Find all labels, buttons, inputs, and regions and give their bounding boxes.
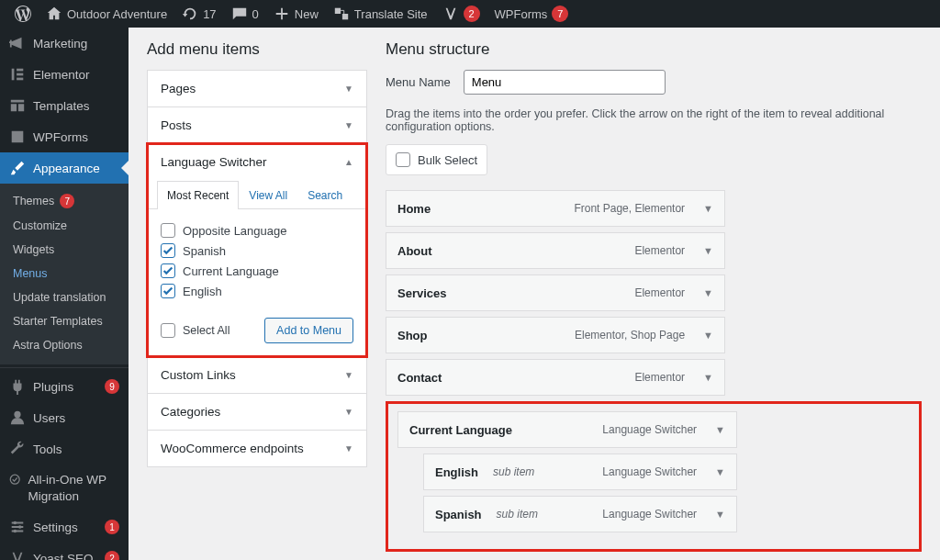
- svg-point-8: [14, 521, 17, 525]
- opt-current-language[interactable]: Current Language: [161, 261, 353, 281]
- svg-point-10: [14, 530, 17, 533]
- wpforms-link[interactable]: WPForms7: [487, 6, 576, 22]
- sidebar-item-yoast[interactable]: Yoast SEO2: [0, 543, 129, 560]
- chevron-down-icon: ▼: [344, 370, 353, 380]
- comments-link[interactable]: 0: [224, 6, 266, 22]
- chevron-down-icon[interactable]: ▼: [715, 466, 725, 477]
- sub-customize[interactable]: Customize: [0, 214, 129, 238]
- checkbox[interactable]: [396, 152, 410, 167]
- sidebar-item-settings[interactable]: Settings1: [0, 511, 129, 543]
- chevron-down-icon: ▼: [344, 84, 353, 94]
- checkbox[interactable]: [161, 284, 175, 298]
- migration-icon: [9, 474, 20, 490]
- yoast-sidebar-icon: [9, 550, 26, 560]
- chevron-down-icon[interactable]: ▼: [703, 330, 713, 341]
- menu-item-current-language[interactable]: Current LanguageLanguage Switcher▼: [397, 411, 737, 448]
- sidebar-item-users[interactable]: Users: [0, 402, 129, 433]
- yoast-badge: 2: [464, 6, 480, 22]
- menu-item-about[interactable]: AboutElementor▼: [386, 232, 725, 269]
- sliders-icon: [9, 519, 26, 535]
- acc-posts[interactable]: Posts▼: [147, 106, 367, 144]
- menu-item-english[interactable]: Englishsub itemLanguage Switcher▼: [423, 454, 737, 490]
- svg-rect-2: [12, 69, 15, 81]
- menu-item-services[interactable]: ServicesElementor▼: [386, 274, 725, 311]
- yoast-link[interactable]: 2: [435, 6, 487, 22]
- svg-point-9: [18, 525, 22, 529]
- user-icon: [9, 409, 26, 426]
- sidebar-item-templates[interactable]: Templates: [0, 90, 129, 121]
- brush-icon: [9, 160, 26, 176]
- site-link[interactable]: Outdoor Adventure: [39, 6, 174, 22]
- svg-point-6: [14, 411, 20, 418]
- menu-name-input[interactable]: [464, 70, 666, 95]
- checkbox[interactable]: [161, 223, 175, 238]
- svg-point-7: [10, 475, 19, 484]
- elementor-icon: [9, 66, 26, 83]
- sub-starter-templates[interactable]: Starter Templates: [0, 309, 129, 333]
- acc-categories[interactable]: Categories▼: [147, 393, 367, 431]
- acc-ls-header[interactable]: Language Switcher▲: [148, 144, 366, 180]
- updates-link[interactable]: 17: [174, 6, 223, 22]
- wp-logo[interactable]: [7, 6, 39, 22]
- select-all[interactable]: Select All: [161, 323, 229, 338]
- menu-item-home[interactable]: HomeFront Page, Elementor▼: [386, 190, 725, 227]
- appearance-submenu: Themes7 Customize Widgets Menus Update t…: [0, 184, 129, 364]
- yoast-icon: [442, 6, 459, 22]
- svg-rect-0: [335, 8, 341, 14]
- structure-heading: Menu structure: [386, 40, 922, 59]
- menu-item-shop[interactable]: ShopElementor, Shop Page▼: [386, 317, 725, 353]
- chevron-down-icon[interactable]: ▼: [703, 245, 713, 256]
- home-icon: [46, 6, 62, 22]
- svg-rect-1: [342, 14, 348, 19]
- new-link[interactable]: New: [266, 6, 326, 22]
- tab-search[interactable]: Search: [297, 181, 352, 209]
- chevron-down-icon[interactable]: ▼: [715, 424, 725, 435]
- sidebar-item-aio-migration[interactable]: All-in-One WP Migration: [0, 465, 129, 511]
- plug-icon: [9, 378, 26, 395]
- chevron-down-icon[interactable]: ▼: [715, 509, 725, 520]
- tab-view-all[interactable]: View All: [239, 181, 297, 209]
- svg-rect-5: [17, 78, 23, 81]
- acc-custom-links[interactable]: Custom Links▼: [147, 356, 367, 394]
- sidebar-item-plugins[interactable]: Plugins9: [0, 371, 129, 402]
- sidebar-item-elementor[interactable]: Elementor: [0, 59, 129, 90]
- checkbox[interactable]: [161, 243, 175, 258]
- chevron-down-icon[interactable]: ▼: [703, 372, 713, 383]
- megaphone-icon: [9, 35, 26, 51]
- sidebar-item-marketing[interactable]: Marketing: [0, 28, 129, 59]
- structure-help: Drag the items into the order you prefer…: [386, 107, 922, 133]
- acc-pages[interactable]: Pages▼: [147, 70, 367, 107]
- ls-tabs: Most Recent View All Search: [148, 180, 366, 209]
- menu-item-spanish[interactable]: Spanishsub itemLanguage Switcher▼: [423, 496, 737, 532]
- bulk-select[interactable]: Bulk Select: [386, 144, 487, 175]
- comment-icon: [231, 6, 248, 22]
- opt-spanish[interactable]: Spanish: [161, 241, 353, 261]
- chevron-down-icon[interactable]: ▼: [703, 287, 713, 298]
- language-items-highlight: Current LanguageLanguage Switcher▼ Engli…: [386, 401, 922, 552]
- wordpress-icon: [15, 6, 31, 22]
- sidebar-item-tools[interactable]: Tools: [0, 433, 129, 465]
- chevron-down-icon[interactable]: ▼: [703, 203, 713, 214]
- menu-item-contact[interactable]: ContactElementor▼: [386, 359, 725, 396]
- acc-woocommerce[interactable]: WooCommerce endpoints▼: [147, 430, 367, 467]
- opt-english[interactable]: English: [161, 281, 353, 301]
- translate-link[interactable]: Translate Site: [326, 6, 435, 22]
- sub-themes[interactable]: Themes7: [0, 188, 129, 214]
- sub-widgets[interactable]: Widgets: [0, 238, 129, 262]
- plus-icon: [274, 6, 290, 22]
- sub-menus[interactable]: Menus: [0, 262, 129, 286]
- admin-sidebar: Marketing Elementor Templates WPForms Ap…: [0, 28, 129, 560]
- checkbox[interactable]: [161, 323, 175, 338]
- chevron-down-icon: ▼: [344, 443, 353, 454]
- sidebar-item-appearance[interactable]: Appearance: [0, 152, 129, 184]
- translate-icon: [333, 6, 350, 22]
- tab-most-recent[interactable]: Most Recent: [157, 181, 239, 209]
- add-to-menu-button[interactable]: Add to Menu: [264, 318, 353, 343]
- templates-icon: [9, 97, 26, 114]
- opt-opposite-language[interactable]: Opposite Language: [161, 220, 353, 241]
- sub-update-translation[interactable]: Update translation: [0, 286, 129, 309]
- sidebar-item-wpforms[interactable]: WPForms: [0, 121, 129, 152]
- checkbox[interactable]: [161, 263, 175, 278]
- acc-language-switcher: Language Switcher▲ Most Recent View All …: [147, 143, 367, 357]
- sub-astra-options[interactable]: Astra Options: [0, 333, 129, 357]
